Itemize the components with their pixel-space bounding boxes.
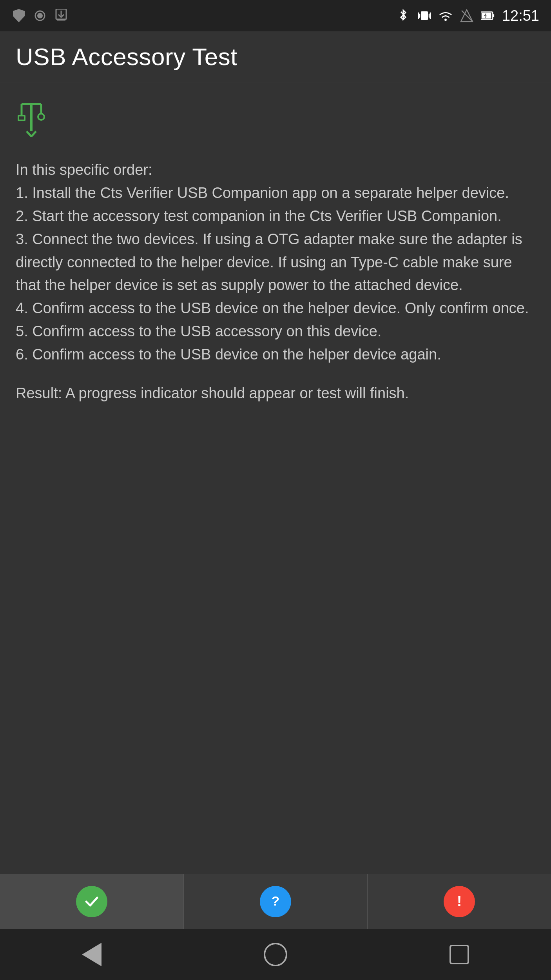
vibrate-icon [417,9,431,23]
pass-icon [76,886,107,917]
wifi-icon [439,9,453,23]
info-button[interactable]: ? [184,874,368,929]
shield-icon [12,9,26,23]
back-button[interactable] [76,939,107,970]
recents-icon [450,945,469,964]
battery-icon [481,9,495,23]
home-icon [264,943,287,966]
fail-button[interactable]: ! [368,874,551,929]
bluetooth-icon [396,9,410,23]
svg-text:!: ! [457,893,462,909]
svg-point-2 [37,13,43,18]
svg-line-14 [462,11,472,21]
app-title: USB Accessory Test [16,43,237,71]
bottom-action-bar: ? ! [0,874,551,929]
result-content: Result: A progress indicator should appe… [16,385,409,401]
back-icon [82,943,102,966]
result-text: Result: A progress indicator should appe… [16,382,535,405]
svg-rect-17 [482,13,491,18]
main-content: In this specific order: 1. Install the C… [0,82,551,421]
usb-icon [16,102,535,143]
pass-button[interactable] [0,874,184,929]
recents-button[interactable] [444,939,475,970]
home-button[interactable] [260,939,291,970]
status-time: 12:51 [502,7,539,24]
app-bar: USB Accessory Test [0,31,551,82]
download-icon [54,9,68,23]
fail-icon: ! [444,886,475,917]
record-icon [33,9,47,23]
svg-rect-24 [18,116,25,120]
status-bar-right-icons: 12:51 [396,7,539,24]
svg-text:?: ? [272,893,280,908]
svg-rect-16 [493,14,494,17]
status-bar-left-icons [12,9,68,23]
instructions-content: In this specific order: 1. Install the C… [16,162,529,363]
svg-point-26 [38,114,44,120]
signal-icon [460,9,474,23]
info-icon: ? [260,886,291,917]
svg-rect-7 [421,11,428,20]
svg-point-12 [444,19,447,21]
status-bar: 12:51 [0,0,551,31]
system-nav-bar [0,929,551,980]
instructions-text: In this specific order: 1. Install the C… [16,158,535,366]
svg-marker-0 [13,9,25,22]
